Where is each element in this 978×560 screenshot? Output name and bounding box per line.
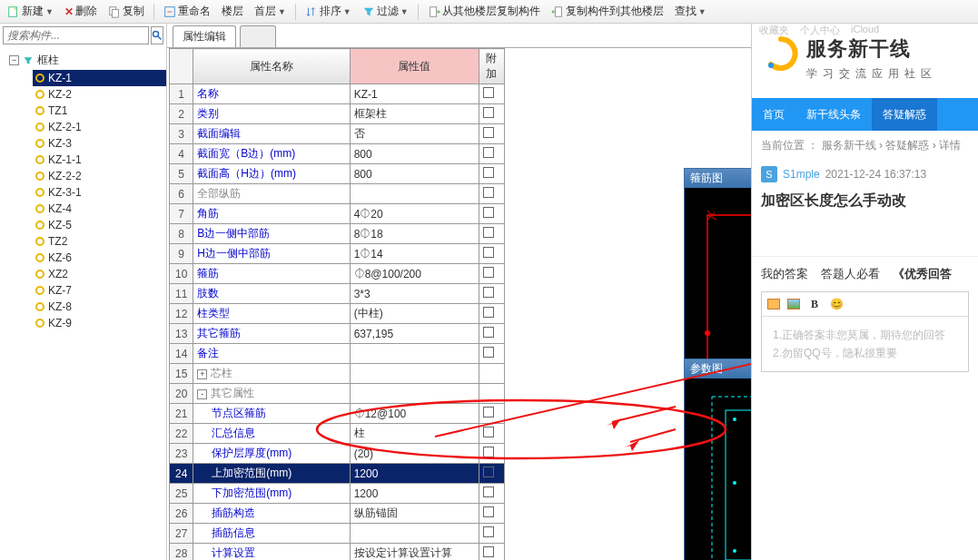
nav-home[interactable]: 首页 [752, 98, 795, 131]
tree-item-KZ-8[interactable]: KZ-8 [33, 299, 166, 315]
tree-item-KZ-1-1[interactable]: KZ-1-1 [33, 152, 166, 168]
nav-news[interactable]: 新干线头条 [795, 98, 872, 131]
search-button[interactable] [151, 26, 163, 44]
extra-checkbox[interactable] [483, 147, 494, 158]
extra-checkbox[interactable] [483, 526, 494, 537]
new-button[interactable]: 新建▼ [4, 2, 57, 21]
image-icon[interactable] [767, 299, 780, 309]
prop-row-15[interactable]: 15+芯柱 [170, 364, 505, 384]
copy-to-button[interactable]: 复制构件到其他楼层 [548, 2, 667, 21]
extra-checkbox[interactable] [483, 207, 494, 218]
prop-row-2[interactable]: 2类别框架柱 [170, 104, 505, 124]
extra-checkbox[interactable] [483, 506, 494, 517]
post-user[interactable]: S1mple [783, 168, 820, 181]
nav-qa[interactable]: 答疑解惑 [872, 98, 937, 131]
tree-item-KZ-2[interactable]: KZ-2 [33, 86, 166, 103]
extra-checkbox[interactable] [483, 127, 494, 138]
property-grid: 属性名称 属性值 附加 1名称KZ-12类别框架柱3截面编辑否4截面宽（B边）(… [169, 48, 505, 560]
tab-inactive[interactable] [240, 25, 276, 47]
extra-checkbox[interactable] [483, 467, 494, 477]
tree-item-TZ1[interactable]: TZ1 [33, 103, 166, 119]
prop-row-1[interactable]: 1名称KZ-1 [170, 84, 505, 104]
prop-row-8[interactable]: 8B边一侧中部筋8⏀18 [170, 224, 505, 244]
prop-row-23[interactable]: 23保护层厚度(mm)(20) [170, 444, 505, 464]
prop-row-4[interactable]: 4截面宽（B边）(mm)800 [170, 144, 505, 164]
prop-row-11[interactable]: 11肢数3*3 [170, 284, 505, 304]
find-button[interactable]: 查找▼ [671, 2, 710, 21]
rename-button[interactable]: 重命名 [160, 2, 214, 21]
stirrup-preview[interactable]: 箍筋图 [684, 168, 751, 359]
search-input[interactable] [3, 26, 149, 44]
prop-row-20[interactable]: 20-其它属性 [170, 384, 505, 404]
extra-checkbox[interactable] [483, 167, 494, 178]
prop-row-22[interactable]: 22汇总信息柱 [170, 424, 505, 444]
tree-root[interactable]: − 框柱 [7, 51, 166, 70]
crumb-link-1[interactable]: 服务新干线 [822, 139, 876, 152]
prop-row-25[interactable]: 25下加密范围(mm)1200 [170, 484, 505, 504]
subnav-must[interactable]: 答题人必看 [821, 266, 880, 282]
prop-row-21[interactable]: 21节点区箍筋⏀12@100 [170, 404, 505, 424]
prop-row-6[interactable]: 6全部纵筋 [170, 184, 505, 204]
delete-button[interactable]: ✕ 删除 [61, 2, 101, 21]
subnav-my[interactable]: 我的答案 [761, 266, 808, 282]
tree-item-KZ-3-1[interactable]: KZ-3-1 [33, 184, 166, 201]
tree-item-KZ-9[interactable]: KZ-9 [33, 315, 166, 331]
extra-checkbox[interactable] [483, 486, 494, 497]
extra-checkbox[interactable] [483, 407, 494, 418]
filter-button[interactable]: 过滤▼ [359, 2, 412, 21]
extra-checkbox[interactable] [483, 247, 494, 258]
picture-icon[interactable] [787, 299, 800, 309]
tree-item-KZ-2-1[interactable]: KZ-2-1 [33, 119, 166, 135]
tree-item-TZ2[interactable]: TZ2 [33, 233, 166, 250]
svg-point-31 [733, 549, 736, 553]
prop-row-3[interactable]: 3截面编辑否 [170, 124, 505, 144]
tree-item-KZ-1[interactable]: KZ-1 [33, 70, 166, 86]
extra-checkbox[interactable] [483, 447, 494, 457]
svg-point-20 [36, 287, 44, 294]
copy-from-button[interactable]: 从其他楼层复制构件 [424, 2, 544, 21]
tree-item-KZ-5[interactable]: KZ-5 [33, 217, 166, 233]
tree-item-KZ-3[interactable]: KZ-3 [33, 135, 166, 152]
tree-item-KZ-6[interactable]: KZ-6 [33, 250, 166, 266]
answer-editor[interactable]: B 😊 1.正确答案非您莫属，期待您的回答 2.勿留QQ号，隐私很重要 [761, 291, 969, 372]
extra-checkbox[interactable] [483, 287, 494, 298]
bold-icon[interactable]: B [807, 297, 822, 311]
extra-checkbox[interactable] [483, 227, 494, 238]
sort-button[interactable]: 排序▼ [301, 2, 355, 21]
tab-properties[interactable]: 属性编辑 [173, 25, 236, 47]
prop-row-28[interactable]: 28计算设置按设定计算设置计算 [170, 544, 505, 561]
prop-row-13[interactable]: 13其它箍筋637,195 [170, 324, 505, 344]
prop-row-5[interactable]: 5截面高（H边）(mm)800 [170, 164, 505, 184]
prop-row-10[interactable]: 10箍筋⏀8@100/200 [170, 264, 505, 284]
extra-checkbox[interactable] [483, 107, 494, 118]
svg-point-6 [153, 32, 159, 37]
floor-button[interactable]: 楼层 [218, 2, 247, 21]
copy-button[interactable]: 复制 [104, 2, 148, 21]
prop-row-24[interactable]: 24上加密范围(mm)1200 [170, 464, 505, 484]
prop-row-12[interactable]: 12柱类型(中柱) [170, 304, 505, 324]
emoji-icon[interactable]: 😊 [829, 297, 844, 311]
tree-item-KZ-7[interactable]: KZ-7 [33, 282, 166, 299]
prop-row-26[interactable]: 26插筋构造纵筋锚固 [170, 504, 505, 524]
extra-checkbox[interactable] [483, 187, 494, 198]
tree-item-XZ2[interactable]: XZ2 [33, 266, 166, 282]
extra-checkbox[interactable] [483, 307, 494, 318]
extra-checkbox[interactable] [483, 267, 494, 278]
extra-checkbox[interactable] [483, 327, 494, 338]
extra-checkbox[interactable] [483, 347, 494, 358]
extra-checkbox[interactable] [483, 546, 494, 557]
collapse-icon[interactable]: − [9, 55, 19, 65]
subnav-best[interactable]: 《优秀回答 [893, 266, 952, 282]
extra-checkbox[interactable] [483, 87, 494, 98]
parameter-preview[interactable]: 参数图 [684, 359, 751, 560]
prop-row-9[interactable]: 9H边一侧中部筋1⏀14 [170, 244, 505, 264]
answer-subnav: 我的答案 答题人必看 《优秀回答 [752, 256, 978, 291]
tree-item-KZ-4[interactable]: KZ-4 [33, 201, 166, 217]
prop-row-27[interactable]: 27插筋信息 [170, 524, 505, 544]
prop-row-14[interactable]: 14备注 [170, 344, 505, 364]
tree-item-KZ-2-2[interactable]: KZ-2-2 [33, 168, 166, 184]
top-floor-button[interactable]: 首层▼ [251, 2, 290, 21]
extra-checkbox[interactable] [483, 427, 494, 437]
prop-row-7[interactable]: 7角筋4⏀20 [170, 204, 505, 224]
crumb-link-2[interactable]: 答疑解惑 [885, 139, 929, 152]
